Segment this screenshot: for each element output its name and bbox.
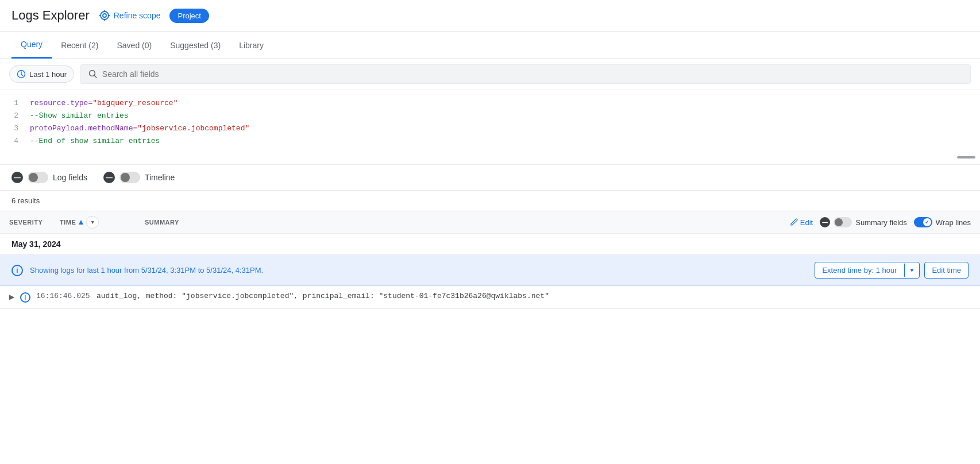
info-icon: i [11, 265, 23, 276]
line-code-3[interactable]: protoPayload.methodName="jobservice.jobc… [30, 122, 249, 135]
scrollbar-indicator[interactable] [957, 156, 975, 158]
col-time-header[interactable]: TIME ▼ [60, 216, 140, 229]
log-fields-toggle-track[interactable] [28, 172, 48, 183]
tab-recent[interactable]: Recent (2) [52, 33, 107, 58]
wrap-lines-label: Wrap lines [936, 218, 971, 227]
col-severity-header: SEVERITY [9, 219, 55, 226]
svg-marker-11 [79, 220, 83, 225]
log-content: audit_log, method: "jobservice.jobcomple… [97, 292, 971, 300]
sort-up-icon [78, 219, 84, 225]
query-line-4: 4 --End of show similar entries [11, 135, 969, 148]
project-badge[interactable]: Project [169, 9, 209, 23]
time-header-label: TIME [60, 219, 76, 226]
tabs-bar: Query Recent (2) Saved (0) Suggested (3)… [0, 32, 980, 59]
refine-scope-label: Refine scope [114, 11, 161, 20]
svg-point-0 [101, 11, 109, 20]
line-num-2: 2 [11, 110, 18, 122]
tab-suggested[interactable]: Suggested (3) [161, 33, 230, 58]
wrap-lines-toggle[interactable]: ✓ Wrap lines [914, 217, 971, 227]
clock-icon [17, 69, 26, 79]
summary-fields-label: Summary fields [855, 218, 907, 227]
query-editor: 1 resource.type="bigquery_resource" 2 --… [0, 90, 980, 165]
summary-fields-toggle-track[interactable] [834, 217, 852, 227]
info-text: Showing logs for last 1 hour from 5/31/2… [30, 266, 808, 274]
log-timestamp: 16:16:46.025 [36, 292, 91, 300]
query-line-3: 3 protoPayload.methodName="jobservice.jo… [11, 122, 969, 135]
header: Logs Explorer Refine scope Project [0, 0, 980, 32]
wrap-lines-toggle-track[interactable]: ✓ [914, 217, 932, 227]
toolbar: Last 1 hour [0, 59, 980, 90]
timeline-toggle-icon: — [103, 172, 115, 183]
line-num-1: 1 [11, 97, 18, 110]
svg-line-8 [21, 75, 23, 76]
expand-arrow-icon[interactable]: ▶ [9, 293, 14, 301]
timeline-label: Timeline [145, 173, 175, 182]
timeline-toggle-track[interactable] [119, 172, 140, 183]
query-line-2: 2 --Show similar entries [11, 110, 969, 122]
log-fields-toggle[interactable]: — Log fields [11, 172, 87, 183]
line-code-2[interactable]: --Show similar entries [30, 110, 129, 122]
search-icon [88, 69, 98, 79]
query-line-1: 1 resource.type="bigquery_resource" [11, 97, 969, 110]
time-range-button[interactable]: Last 1 hour [9, 65, 74, 83]
svg-point-1 [103, 14, 106, 17]
search-input[interactable] [102, 69, 962, 79]
refine-scope-icon [99, 10, 110, 21]
extend-btn-label: Extend time by: 1 hour [815, 262, 904, 278]
col-summary-header: SUMMARY [145, 219, 785, 226]
edit-time-button[interactable]: Edit time [924, 262, 969, 279]
log-row[interactable]: ▶ i 16:16:46.025 audit_log, method: "job… [0, 286, 980, 309]
time-dropdown-button[interactable]: ▼ [86, 216, 99, 229]
results-count: 6 results [0, 191, 980, 211]
info-banner: i Showing logs for last 1 hour from 5/31… [0, 255, 980, 286]
edit-label: Edit [800, 218, 813, 227]
summary-fields-toggle-icon: — [820, 217, 830, 227]
extend-time-button[interactable]: Extend time by: 1 hour ▼ [815, 262, 920, 279]
toggles-section: — Log fields — Timeline [0, 165, 980, 191]
timeline-toggle[interactable]: — Timeline [103, 172, 175, 183]
line-num-4: 4 [11, 135, 18, 148]
line-code-1[interactable]: resource.type="bigquery_resource" [30, 97, 178, 110]
line-num-3: 3 [11, 122, 18, 135]
svg-line-10 [94, 75, 96, 77]
search-bar[interactable] [80, 64, 971, 84]
table-header: SEVERITY TIME ▼ SUMMARY Edit — Summary f… [0, 211, 980, 234]
tab-saved[interactable]: Saved (0) [107, 33, 161, 58]
app-title: Logs Explorer [11, 8, 90, 23]
summary-fields-toggle[interactable]: — Summary fields [820, 217, 907, 227]
time-range-label: Last 1 hour [29, 70, 67, 79]
table-actions: Edit — Summary fields ✓ Wrap lines [790, 217, 971, 227]
line-code-4[interactable]: --End of show similar entries [30, 135, 160, 148]
extend-btn-chevron[interactable]: ▼ [904, 264, 920, 277]
tab-library[interactable]: Library [230, 33, 273, 58]
log-fields-toggle-icon: — [11, 172, 23, 183]
log-fields-label: Log fields [53, 173, 87, 182]
pencil-icon [790, 218, 798, 226]
refine-scope-button[interactable]: Refine scope [99, 10, 161, 21]
edit-summary-button[interactable]: Edit [790, 218, 813, 227]
date-separator: May 31, 2024 [0, 234, 980, 255]
log-severity-icon: i [20, 292, 30, 303]
info-actions: Extend time by: 1 hour ▼ Edit time [815, 262, 969, 279]
tab-query[interactable]: Query [11, 32, 52, 59]
